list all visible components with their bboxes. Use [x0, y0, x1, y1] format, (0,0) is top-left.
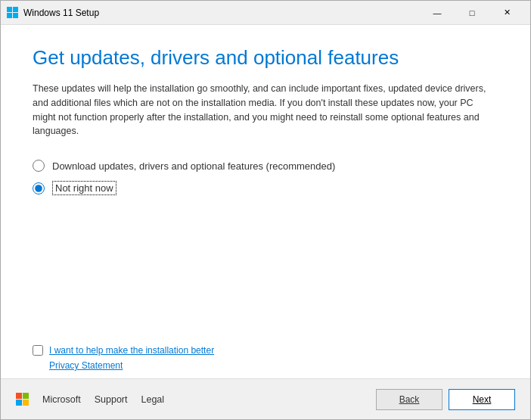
svg-rect-3 [13, 13, 18, 18]
bottom-bar: Microsoft Support Legal Back Next [1, 378, 530, 419]
radio-download-label: Download updates, drivers and optional f… [52, 160, 335, 172]
description-text: These updates will help the installation… [33, 82, 498, 138]
radio-download-input[interactable] [33, 160, 45, 172]
logo-red [16, 393, 22, 399]
improvement-label[interactable]: I want to help make the installation bet… [49, 345, 214, 356]
footer-area: I want to help make the installation bet… [1, 336, 530, 378]
improvement-checkbox[interactable] [33, 345, 43, 356]
legal-link[interactable]: Legal [141, 394, 164, 405]
radio-not-now-label: Not right now [52, 181, 116, 195]
next-button[interactable]: Next [449, 389, 515, 410]
app-window: Windows 11 Setup — □ ✕ Get updates, driv… [0, 0, 531, 420]
svg-rect-0 [7, 7, 12, 12]
close-button[interactable]: ✕ [489, 1, 524, 25]
logo-green [23, 393, 29, 399]
radio-option-download[interactable]: Download updates, drivers and optional f… [33, 160, 498, 172]
title-bar: Windows 11 Setup — □ ✕ [1, 1, 530, 25]
logo-yellow [23, 400, 29, 406]
bottom-links: Microsoft Support Legal [42, 394, 376, 405]
window-controls: — □ ✕ [420, 1, 524, 25]
svg-rect-1 [13, 7, 18, 12]
maximize-button[interactable]: □ [455, 1, 489, 25]
back-button[interactable]: Back [376, 389, 442, 410]
app-icon [7, 7, 19, 19]
radio-group: Download updates, drivers and optional f… [33, 160, 498, 195]
minimize-button[interactable]: — [420, 1, 455, 25]
window-title: Windows 11 Setup [23, 8, 420, 18]
checkbox-row: I want to help make the installation bet… [33, 345, 498, 356]
main-content: Get updates, drivers and optional featur… [1, 25, 530, 336]
microsoft-logo [16, 393, 29, 406]
support-link[interactable]: Support [95, 394, 128, 405]
nav-buttons: Back Next [376, 389, 515, 410]
page-title: Get updates, drivers and optional featur… [33, 46, 498, 70]
logo-blue [16, 400, 22, 406]
radio-option-not-now[interactable]: Not right now [33, 181, 498, 195]
privacy-statement-link[interactable]: Privacy Statement [49, 360, 498, 371]
radio-not-now-input[interactable] [33, 182, 45, 194]
microsoft-label: Microsoft [42, 394, 81, 405]
svg-rect-2 [7, 13, 12, 18]
